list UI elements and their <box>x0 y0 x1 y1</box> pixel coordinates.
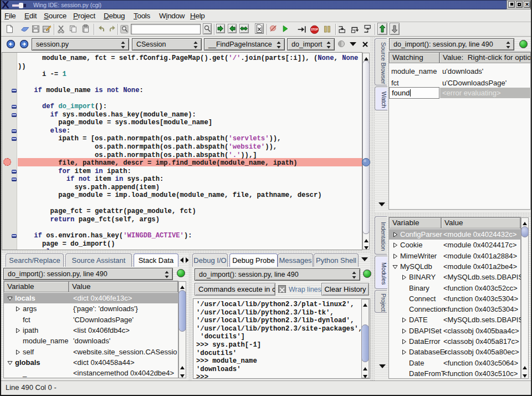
svg-text:STOP: STOP <box>311 28 318 31</box>
